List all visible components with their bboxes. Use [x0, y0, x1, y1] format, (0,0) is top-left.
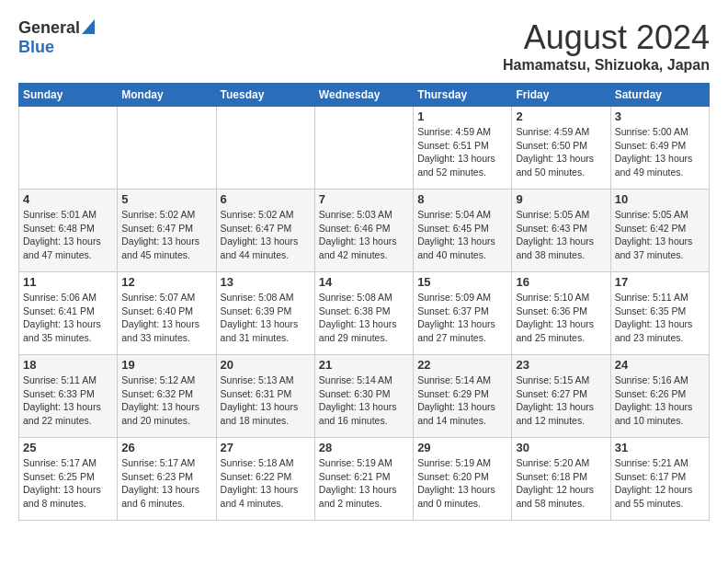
calendar-cell: 28Sunrise: 5:19 AM Sunset: 6:21 PM Dayli… [314, 438, 413, 521]
cell-day-info: Sunrise: 5:12 AM Sunset: 6:32 PM Dayligh… [121, 373, 211, 428]
calendar-cell [314, 107, 413, 190]
calendar-cell: 25Sunrise: 5:17 AM Sunset: 6:25 PM Dayli… [19, 438, 118, 521]
cell-day-number: 16 [516, 275, 606, 289]
cell-day-info: Sunrise: 5:17 AM Sunset: 6:23 PM Dayligh… [121, 456, 211, 511]
cell-day-info: Sunrise: 5:05 AM Sunset: 6:42 PM Dayligh… [615, 208, 705, 262]
calendar-week-row: 25Sunrise: 5:17 AM Sunset: 6:25 PM Dayli… [19, 438, 710, 521]
location-subtitle: Hamamatsu, Shizuoka, Japan [503, 57, 710, 74]
cell-day-number: 20 [221, 358, 311, 372]
calendar-cell: 3Sunrise: 5:00 AM Sunset: 6:49 PM Daylig… [610, 107, 709, 190]
cell-day-number: 2 [516, 109, 606, 123]
calendar-cell: 29Sunrise: 5:19 AM Sunset: 6:20 PM Dayli… [414, 438, 512, 521]
cell-day-info: Sunrise: 5:10 AM Sunset: 6:36 PM Dayligh… [516, 291, 606, 345]
cell-day-number: 26 [121, 441, 211, 454]
cell-day-number: 21 [319, 358, 409, 372]
calendar-cell: 6Sunrise: 5:02 AM Sunset: 6:47 PM Daylig… [216, 190, 314, 272]
cell-day-number: 13 [221, 275, 311, 289]
calendar-cell: 23Sunrise: 5:15 AM Sunset: 6:27 PM Dayli… [512, 355, 610, 438]
cell-day-number: 6 [221, 192, 311, 206]
calendar-cell: 8Sunrise: 5:04 AM Sunset: 6:45 PM Daylig… [414, 190, 512, 272]
month-year-title: August 2024 [503, 18, 710, 57]
cell-day-info: Sunrise: 5:20 AM Sunset: 6:18 PM Dayligh… [516, 456, 606, 511]
logo: General Blue [18, 18, 95, 57]
cell-day-number: 10 [615, 192, 705, 206]
calendar-cell [19, 107, 118, 190]
cell-day-number: 25 [23, 441, 113, 454]
cell-day-info: Sunrise: 5:13 AM Sunset: 6:31 PM Dayligh… [221, 373, 311, 428]
cell-day-number: 22 [417, 358, 507, 372]
calendar-cell: 7Sunrise: 5:03 AM Sunset: 6:46 PM Daylig… [314, 190, 413, 272]
calendar-cell: 9Sunrise: 5:05 AM Sunset: 6:43 PM Daylig… [512, 190, 610, 272]
cell-day-info: Sunrise: 5:06 AM Sunset: 6:41 PM Dayligh… [23, 291, 113, 345]
cell-day-info: Sunrise: 5:14 AM Sunset: 6:30 PM Dayligh… [319, 373, 409, 428]
cell-day-info: Sunrise: 4:59 AM Sunset: 6:50 PM Dayligh… [516, 125, 606, 179]
cell-day-info: Sunrise: 5:11 AM Sunset: 6:33 PM Dayligh… [23, 373, 113, 428]
calendar-header-thursday: Thursday [414, 84, 512, 107]
cell-day-number: 1 [417, 109, 507, 123]
cell-day-info: Sunrise: 5:11 AM Sunset: 6:35 PM Dayligh… [615, 291, 705, 345]
cell-day-info: Sunrise: 5:16 AM Sunset: 6:26 PM Dayligh… [615, 373, 705, 428]
cell-day-info: Sunrise: 5:09 AM Sunset: 6:37 PM Dayligh… [417, 291, 507, 345]
cell-day-number: 12 [121, 275, 211, 289]
calendar-cell: 22Sunrise: 5:14 AM Sunset: 6:29 PM Dayli… [414, 355, 512, 438]
cell-day-info: Sunrise: 4:59 AM Sunset: 6:51 PM Dayligh… [417, 125, 507, 179]
calendar-cell [216, 107, 314, 190]
logo-blue-text: Blue [18, 38, 54, 56]
calendar-week-row: 11Sunrise: 5:06 AM Sunset: 6:41 PM Dayli… [19, 272, 710, 355]
cell-day-number: 27 [221, 441, 311, 454]
cell-day-info: Sunrise: 5:15 AM Sunset: 6:27 PM Dayligh… [516, 373, 606, 428]
cell-day-info: Sunrise: 5:08 AM Sunset: 6:38 PM Dayligh… [319, 291, 409, 345]
cell-day-number: 8 [417, 192, 507, 206]
calendar-week-row: 1Sunrise: 4:59 AM Sunset: 6:51 PM Daylig… [19, 107, 710, 190]
calendar-cell: 17Sunrise: 5:11 AM Sunset: 6:35 PM Dayli… [610, 272, 709, 355]
cell-day-info: Sunrise: 5:18 AM Sunset: 6:22 PM Dayligh… [221, 456, 311, 511]
cell-day-number: 29 [417, 441, 507, 454]
calendar-cell: 18Sunrise: 5:11 AM Sunset: 6:33 PM Dayli… [19, 355, 118, 438]
calendar-cell [118, 107, 216, 190]
cell-day-number: 14 [319, 275, 409, 289]
calendar-cell: 21Sunrise: 5:14 AM Sunset: 6:30 PM Dayli… [314, 355, 413, 438]
cell-day-number: 23 [516, 358, 606, 372]
calendar-header-tuesday: Tuesday [216, 84, 314, 107]
cell-day-info: Sunrise: 5:02 AM Sunset: 6:47 PM Dayligh… [221, 208, 311, 262]
cell-day-info: Sunrise: 5:19 AM Sunset: 6:20 PM Dayligh… [417, 456, 507, 511]
cell-day-number: 4 [23, 192, 113, 206]
calendar-header-monday: Monday [118, 84, 216, 107]
calendar-table: SundayMondayTuesdayWednesdayThursdayFrid… [18, 83, 710, 521]
cell-day-info: Sunrise: 5:04 AM Sunset: 6:45 PM Dayligh… [417, 208, 507, 262]
cell-day-info: Sunrise: 5:17 AM Sunset: 6:25 PM Dayligh… [23, 456, 113, 511]
cell-day-number: 11 [23, 275, 113, 289]
calendar-header-friday: Friday [512, 84, 610, 107]
cell-day-number: 18 [23, 358, 113, 372]
calendar-cell: 11Sunrise: 5:06 AM Sunset: 6:41 PM Dayli… [19, 272, 118, 355]
calendar-cell: 1Sunrise: 4:59 AM Sunset: 6:51 PM Daylig… [414, 107, 512, 190]
calendar-cell: 12Sunrise: 5:07 AM Sunset: 6:40 PM Dayli… [118, 272, 216, 355]
cell-day-info: Sunrise: 5:00 AM Sunset: 6:49 PM Dayligh… [615, 125, 705, 179]
logo-triangle-icon [82, 19, 95, 38]
calendar-cell: 30Sunrise: 5:20 AM Sunset: 6:18 PM Dayli… [512, 438, 610, 521]
calendar-cell: 14Sunrise: 5:08 AM Sunset: 6:38 PM Dayli… [314, 272, 413, 355]
calendar-cell: 27Sunrise: 5:18 AM Sunset: 6:22 PM Dayli… [216, 438, 314, 521]
cell-day-number: 24 [615, 358, 705, 372]
svg-marker-0 [82, 19, 95, 34]
calendar-cell: 16Sunrise: 5:10 AM Sunset: 6:36 PM Dayli… [512, 272, 610, 355]
cell-day-info: Sunrise: 5:07 AM Sunset: 6:40 PM Dayligh… [121, 291, 211, 345]
cell-day-info: Sunrise: 5:14 AM Sunset: 6:29 PM Dayligh… [417, 373, 507, 428]
calendar-cell: 15Sunrise: 5:09 AM Sunset: 6:37 PM Dayli… [414, 272, 512, 355]
calendar-header-row: SundayMondayTuesdayWednesdayThursdayFrid… [19, 84, 710, 107]
logo-general-text: General [18, 18, 80, 38]
calendar-week-row: 4Sunrise: 5:01 AM Sunset: 6:48 PM Daylig… [19, 190, 710, 272]
cell-day-info: Sunrise: 5:19 AM Sunset: 6:21 PM Dayligh… [319, 456, 409, 511]
cell-day-number: 19 [121, 358, 211, 372]
cell-day-number: 3 [615, 109, 705, 123]
page-header: General Blue August 2024 Hamamatsu, Shiz… [18, 18, 710, 74]
calendar-cell: 2Sunrise: 4:59 AM Sunset: 6:50 PM Daylig… [512, 107, 610, 190]
calendar-cell: 26Sunrise: 5:17 AM Sunset: 6:23 PM Dayli… [118, 438, 216, 521]
cell-day-number: 15 [417, 275, 507, 289]
cell-day-number: 28 [319, 441, 409, 454]
cell-day-info: Sunrise: 5:01 AM Sunset: 6:48 PM Dayligh… [23, 208, 113, 262]
calendar-cell: 4Sunrise: 5:01 AM Sunset: 6:48 PM Daylig… [19, 190, 118, 272]
cell-day-info: Sunrise: 5:05 AM Sunset: 6:43 PM Dayligh… [516, 208, 606, 262]
cell-day-number: 31 [615, 441, 705, 454]
calendar-cell: 31Sunrise: 5:21 AM Sunset: 6:17 PM Dayli… [610, 438, 709, 521]
